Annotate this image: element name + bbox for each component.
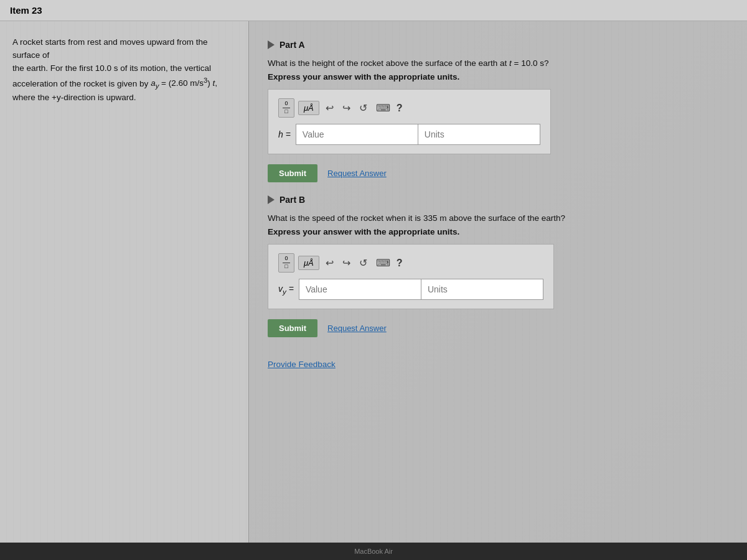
part-b-collapse-icon[interactable] [268, 195, 275, 204]
part-b-request-answer-button[interactable]: Request Answer [327, 324, 387, 333]
redo-icon-b: ↪ [342, 258, 350, 268]
help-button-b[interactable]: ? [397, 258, 403, 269]
keyboard-icon-a: ⌨ [376, 103, 390, 113]
problem-line3: acceleration of the rocket is given by [12, 78, 148, 88]
redo-icon-a: ↪ [342, 103, 350, 113]
undo-button-b[interactable]: ↩ [323, 256, 336, 270]
part-b-submit-label: Submit [279, 324, 306, 333]
part-b-toolbar: 0 □ μÅ ↩ ↪ ↺ [278, 253, 543, 273]
undo-icon-b: ↩ [326, 258, 334, 268]
part-a-submit-button[interactable]: Submit [268, 164, 317, 182]
part-b-express: Express your answer with the appropriate… [268, 227, 728, 236]
problem-line4: where the +y-direction is upward. [12, 93, 136, 102]
mu-label-a: μÅ [304, 103, 314, 113]
part-b-question: What is the speed of the rocket when it … [268, 212, 728, 225]
part-a-toolbar: 0 □ μÅ ↩ ↪ ↺ [278, 98, 540, 118]
part-a-units-input[interactable] [418, 124, 540, 145]
part-b-section: Part B What is the speed of the rocket w… [268, 195, 728, 337]
part-b-units-input[interactable] [421, 279, 543, 300]
part-a-request-answer-button[interactable]: Request Answer [327, 169, 387, 178]
part-b-request-answer-label: Request Answer [327, 324, 387, 333]
keyboard-icon-b: ⌨ [376, 258, 390, 268]
refresh-icon-b: ↺ [359, 258, 367, 268]
refresh-button-b[interactable]: ↺ [357, 256, 370, 270]
part-a-label: Part A [280, 40, 305, 50]
provide-feedback-label: Provide Feedback [268, 360, 336, 369]
part-a-submit-label: Submit [279, 169, 306, 178]
part-a-question: What is the height of the rocket above t… [268, 57, 728, 70]
mu-button-b[interactable]: μÅ [298, 256, 319, 270]
provide-feedback-button[interactable]: Provide Feedback [268, 360, 336, 369]
part-a-actions: Submit Request Answer [268, 164, 728, 182]
undo-button-a[interactable]: ↩ [323, 101, 336, 115]
part-b-header: Part B [268, 195, 728, 205]
problem-text: A rocket starts from rest and moves upwa… [12, 36, 236, 105]
part-a-express: Express your answer with the appropriate… [268, 72, 728, 82]
part-b-var-label: vy = [278, 284, 294, 296]
part-b-input-row: vy = [278, 279, 543, 300]
part-a-value-input[interactable] [296, 124, 418, 145]
undo-icon-a: ↩ [326, 103, 334, 113]
part-a-section: Part A What is the height of the rocket … [268, 40, 728, 182]
problem-line2: the earth. For the first 10.0 s of its m… [12, 63, 211, 73]
mu-label-b: μÅ [304, 258, 314, 268]
mu-button-a[interactable]: μÅ [298, 101, 319, 115]
part-a-collapse-icon[interactable] [268, 40, 275, 49]
help-button-a[interactable]: ? [397, 103, 403, 114]
bottom-bar: MacBook Air [0, 543, 747, 560]
part-b-actions: Submit Request Answer [268, 319, 728, 337]
keyboard-button-b[interactable]: ⌨ [374, 256, 393, 270]
redo-button-b[interactable]: ↪ [340, 256, 353, 270]
part-a-input-row: h = [278, 124, 540, 145]
part-b-submit-button[interactable]: Submit [268, 319, 317, 337]
problem-line1: A rocket starts from rest and moves upwa… [12, 37, 208, 60]
fraction-icon-b: 0 □ [283, 256, 290, 270]
item-header: Item 23 [0, 0, 747, 21]
macbook-label: MacBook Air [354, 548, 393, 555]
redo-button-a[interactable]: ↪ [340, 101, 353, 115]
part-a-request-answer-label: Request Answer [327, 169, 387, 178]
part-a-header: Part A [268, 40, 728, 50]
main-content: A rocket starts from rest and moves upwa… [0, 21, 747, 543]
part-b-answer-box: 0 □ μÅ ↩ ↪ ↺ [268, 244, 554, 309]
keyboard-button-a[interactable]: ⌨ [374, 101, 393, 115]
part-b-value-input[interactable] [299, 279, 421, 300]
answers-panel: Part A What is the height of the rocket … [249, 21, 747, 543]
refresh-icon-a: ↺ [359, 103, 367, 113]
refresh-button-a[interactable]: ↺ [357, 101, 370, 115]
part-a-var-label: h = [278, 129, 291, 139]
part-b-label: Part B [280, 195, 305, 205]
fraction-icon-a: 0 □ [283, 101, 290, 115]
problem-equation: ay = (2.60 m/s3) t, [151, 78, 217, 88]
fraction-button-b[interactable]: 0 □ [278, 253, 294, 273]
item-label: Item 23 [10, 5, 42, 16]
fraction-button-a[interactable]: 0 □ [278, 98, 294, 118]
problem-panel: A rocket starts from rest and moves upwa… [0, 21, 249, 543]
part-a-answer-box: 0 □ μÅ ↩ ↪ ↺ [268, 89, 551, 154]
